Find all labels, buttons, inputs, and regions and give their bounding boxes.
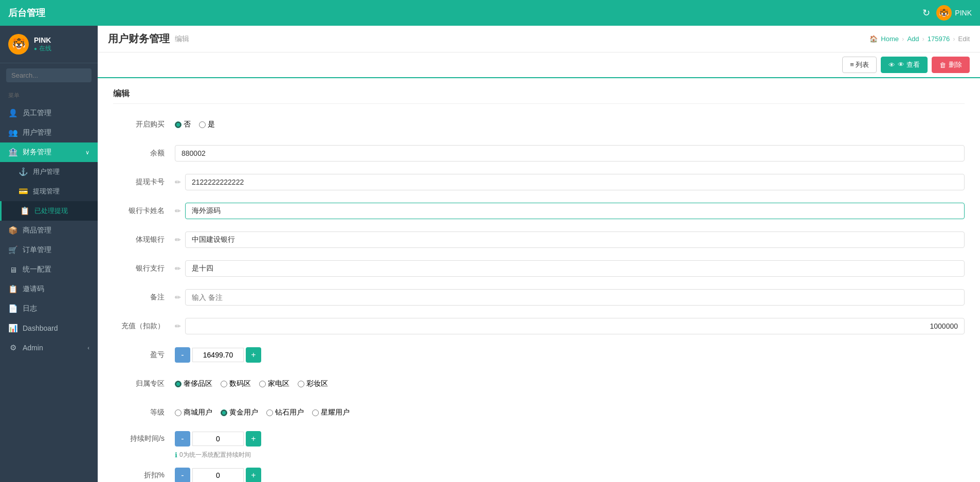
sidebar-item-staff[interactable]: 👤 员工管理 (0, 103, 98, 123)
info-icon: ℹ (175, 451, 177, 459)
balance-input[interactable] (175, 145, 965, 162)
user-badge[interactable]: 🐯 PINK (936, 5, 972, 21)
discount-input[interactable] (192, 468, 244, 482)
value-duration: - + (175, 431, 965, 447)
radio-yes-input[interactable] (199, 121, 206, 128)
bank-input[interactable] (185, 231, 965, 248)
radio-diamond-input[interactable] (266, 409, 273, 416)
label-bank: 体现银行 (113, 235, 175, 244)
radio-yes[interactable]: 是 (199, 120, 215, 129)
profit-plus-button[interactable]: + (246, 347, 261, 363)
sidebar-label-user: 用户管理 (23, 128, 51, 137)
withdraw-card-input[interactable] (185, 174, 965, 190)
sidebar-item-user[interactable]: 👥 用户管理 (0, 123, 98, 142)
sidebar-item-dashboard[interactable]: 📊 Dashboard (0, 318, 98, 338)
view-button[interactable]: 👁 👁 查看 (881, 57, 928, 73)
edit-bankname-icon[interactable]: ✏ (175, 207, 181, 215)
discount-minus-button[interactable]: - (175, 468, 190, 482)
sidebar-item-invite[interactable]: 📋 邀请码 (0, 279, 98, 299)
breadcrumb-edit: Edit (958, 35, 970, 43)
bank-branch-input[interactable] (185, 260, 965, 277)
profit-minus-button[interactable]: - (175, 347, 190, 363)
sidebar-label-dashboard: Dashboard (23, 324, 58, 332)
charge-input[interactable] (185, 318, 965, 334)
eye-icon: 👁 (888, 61, 895, 69)
radio-no[interactable]: 否 (175, 120, 191, 129)
radio-appliance[interactable]: 家电区 (259, 379, 289, 388)
radio-appliance-input[interactable] (259, 381, 266, 387)
radio-no-label: 否 (184, 120, 191, 129)
profit-input[interactable] (192, 348, 244, 362)
edit-branch-icon[interactable]: ✏ (175, 264, 181, 273)
sidebar-item-finance-user[interactable]: ⚓ 用户管理 (0, 162, 98, 182)
delete-button[interactable]: 🗑 删除 (932, 57, 970, 73)
radio-mall-label: 商城用户 (184, 408, 212, 417)
row-profit: 盈亏 - + (113, 345, 965, 365)
row-balance: 余额 (113, 143, 965, 164)
sidebar-item-admin[interactable]: ⚙ Admin ‹ (0, 338, 98, 358)
duration-plus-button[interactable]: + (246, 431, 261, 447)
radio-gold[interactable]: 黄金用户 (221, 408, 258, 417)
radio-star[interactable]: 星耀用户 (312, 408, 350, 417)
radio-gold-input[interactable] (221, 409, 227, 416)
radio-no-input[interactable] (175, 121, 182, 128)
row-withdraw-card: 提现卡号 ✏ (113, 172, 965, 192)
radio-digital-input[interactable] (221, 381, 227, 387)
row-bank-branch: 银行支行 ✏ (113, 258, 965, 279)
breadcrumb-home[interactable]: Home (881, 35, 899, 43)
user-icon: 👥 (8, 128, 17, 137)
radio-digital[interactable]: 数码区 (221, 379, 251, 388)
order-icon: 🛒 (8, 245, 17, 255)
page-subtitle: 编辑 (175, 34, 189, 44)
row-remark: 备注 ✏ (113, 287, 965, 308)
remark-input[interactable] (185, 289, 965, 306)
duration-input[interactable] (192, 432, 244, 446)
value-profit: - + (175, 347, 965, 363)
staff-icon: 👤 (8, 109, 17, 118)
bank-name-input[interactable] (185, 203, 965, 219)
sidebar-item-config[interactable]: 🖥 统一配置 (0, 260, 98, 279)
discount-plus-button[interactable]: + (246, 468, 261, 482)
row-charge: 充值（扣款） ✏ (113, 316, 965, 336)
radio-diamond[interactable]: 钻石用户 (266, 408, 304, 417)
radio-luxury[interactable]: 奢侈品区 (175, 379, 212, 388)
edit-bank-icon[interactable]: ✏ (175, 236, 181, 244)
radio-star-input[interactable] (312, 409, 319, 416)
duration-minus-button[interactable]: - (175, 431, 190, 447)
value-open-purchase: 否 是 (175, 120, 965, 129)
label-remark: 备注 (113, 293, 175, 302)
radio-diamond-label: 钻石用户 (275, 408, 304, 417)
search-input[interactable] (6, 68, 92, 82)
radio-luxury-input[interactable] (175, 381, 182, 387)
sidebar-item-log[interactable]: 📄 日志 (0, 299, 98, 318)
sidebar-item-goods[interactable]: 📦 商品管理 (0, 221, 98, 240)
sidebar-item-withdraw[interactable]: 💳 提现管理 (0, 182, 98, 201)
edit-remark-icon[interactable]: ✏ (175, 293, 181, 301)
content-area: 用户财务管理 编辑 🏠 Home › Add › 175976 › Edit ≡… (98, 26, 980, 482)
list-button[interactable]: ≡ 列表 (842, 57, 877, 73)
sidebar-item-finance[interactable]: 🏦 财务管理 ∨ (0, 142, 98, 162)
label-bank-branch: 银行支行 (113, 264, 175, 273)
breadcrumb-add[interactable]: Add (907, 35, 919, 43)
refresh-icon[interactable]: ↻ (922, 7, 930, 19)
row-category: 归属专区 奢侈品区 数码区 (113, 373, 965, 394)
trash-icon: 🗑 (939, 61, 946, 69)
value-bank: ✏ (175, 231, 965, 248)
radio-mall-input[interactable] (175, 409, 182, 416)
sidebar-label-goods: 商品管理 (23, 226, 51, 235)
edit-withdraw-icon[interactable]: ✏ (175, 178, 181, 186)
user-avatar-top: 🐯 (936, 5, 952, 21)
label-duration: 持续时间/s (113, 434, 175, 443)
dashboard-icon: 📊 (8, 324, 17, 333)
radio-cosmetics-input[interactable] (298, 381, 304, 387)
sidebar-status: 在线 (34, 44, 51, 53)
finance-icon: 🏦 (8, 148, 17, 157)
sidebar-item-processed[interactable]: 📋 已处理提现 (0, 201, 98, 221)
radio-mall[interactable]: 商城用户 (175, 408, 212, 417)
withdraw-icon: 💳 (19, 187, 28, 196)
breadcrumb-id[interactable]: 175976 (928, 35, 950, 43)
sidebar-item-order[interactable]: 🛒 订单管理 (0, 240, 98, 260)
radio-cosmetics[interactable]: 彩妆区 (298, 379, 328, 388)
form-section-title: 编辑 (113, 88, 965, 104)
edit-charge-icon[interactable]: ✏ (175, 322, 181, 330)
